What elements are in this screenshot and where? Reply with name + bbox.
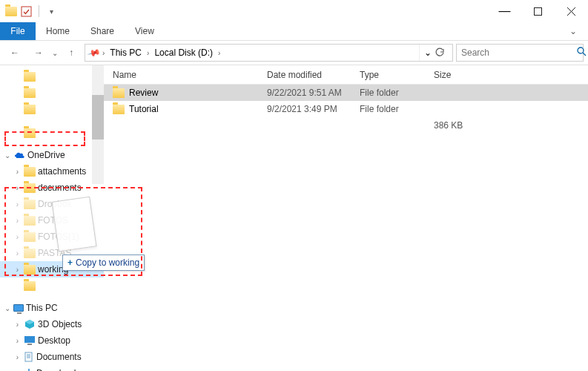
expand-icon[interactable]: › [13,168,22,176]
refresh-icon[interactable] [435,47,445,58]
minimize-button[interactable]: — [488,0,521,22]
tree-label: This PC [26,303,58,313]
plus-icon: + [67,257,73,268]
chevron-down-icon: ⌄ [424,47,432,58]
tree-node-3d-objects[interactable]: › 3D Objects [0,316,104,332]
list-item[interactable]: Tutorial 9/2/2021 3:49 PM File folder [104,101,588,117]
folder-icon [24,72,36,82]
file-name: Review [129,88,158,98]
expand-icon[interactable]: › [13,321,22,329]
tree-node-desktop[interactable]: › Desktop [0,332,104,349]
svg-line-3 [583,53,586,56]
breadcrumb-this-pc[interactable]: This PC [108,47,144,58]
titlebar: ▾ — [0,0,588,22]
folder-icon [24,128,36,138]
expand-icon[interactable]: › [13,249,22,257]
address-toolbar: ← → ⌄ ↑ 📌 › This PC › Local Disk (D:) › … [0,41,588,65]
ribbon-expand-icon[interactable]: ⌄ [558,22,588,40]
folder-icon [4,5,17,18]
ribbon-tabs: File Home Share View ⌄ [0,22,588,41]
tree-node-folder[interactable] [0,101,104,117]
folder-icon [24,281,36,291]
breadcrumb[interactable]: 📌 › This PC › Local Disk (D:) › ⌄ [85,44,453,62]
expand-icon[interactable]: ⌄ [3,304,11,312]
folder-icon [24,200,36,209]
svg-rect-5 [27,344,32,345]
list-summary: 386 KB [104,117,588,134]
tree-node-folder[interactable] [0,85,104,101]
tree-label: attachments [38,166,86,177]
back-button[interactable]: ← [4,44,25,62]
expand-icon[interactable]: › [13,184,22,192]
tree-node-onedrive[interactable]: ⌄ OneDrive [0,147,104,163]
folder-icon [113,105,125,114]
search-input[interactable] [461,47,572,58]
tree-label: Downloads [36,368,80,371]
tree-node-folder[interactable] [0,278,104,294]
expand-icon[interactable]: ⌄ [3,151,11,160]
desktop-icon [24,335,36,346]
drag-preview-icon [52,197,97,252]
tree-node-folder[interactable] [0,125,104,141]
tab-share[interactable]: Share [80,22,125,40]
pin-icon: 📌 [87,45,102,60]
col-type[interactable]: Type [360,70,434,80]
column-headers[interactable]: Name Date modified Type Size [104,65,588,85]
tab-view[interactable]: View [125,22,165,40]
up-button[interactable]: ↑ [61,44,82,62]
forward-button[interactable]: → [28,44,49,62]
expand-icon[interactable]: › [13,233,22,241]
search-box[interactable] [456,44,584,62]
file-date: 9/22/2021 9:51 AM [267,88,360,98]
tab-file[interactable]: File [0,22,36,40]
this-pc-icon [13,304,24,312]
expand-icon[interactable]: › [13,266,22,274]
maximize-button[interactable] [521,0,555,22]
tree-label: OneDrive [27,150,65,160]
tree-node-documents[interactable]: ›documents [0,180,104,196]
chevron-right-icon[interactable]: › [217,49,222,57]
address-dropdown[interactable]: ⌄ [419,45,449,61]
svg-rect-1 [535,7,542,15]
expand-icon[interactable]: › [13,217,22,225]
summary-size: 386 KB [434,120,493,131]
qat-dropdown-icon[interactable]: ▾ [45,5,58,18]
tree-node-attachments[interactable]: ›attachments [0,163,104,180]
recent-dropdown-icon[interactable]: ⌄ [52,49,58,57]
onedrive-icon [13,151,25,160]
expand-icon[interactable]: › [13,337,22,345]
properties-icon[interactable] [20,5,33,18]
folder-icon [24,265,36,275]
tree-node-this-pc[interactable]: ⌄ This PC [0,300,104,316]
file-name: Tutorial [129,104,159,114]
file-list[interactable]: Name Date modified Type Size Review 9/22… [104,65,588,371]
drag-tooltip-text: Copy to working [76,257,139,268]
col-name[interactable]: Name [104,70,267,80]
tree-label: 3D Objects [38,319,82,329]
drag-tooltip: + Copy to working [62,255,145,271]
expand-icon[interactable]: › [13,353,22,361]
tab-home[interactable]: Home [36,22,80,40]
col-date[interactable]: Date modified [267,70,360,80]
cube-icon [24,319,36,329]
search-icon[interactable] [577,47,587,59]
tree-node-downloads[interactable]: › Downloads [0,365,104,371]
quick-access-toolbar: ▾ [4,5,58,18]
folder-icon [24,183,36,193]
chevron-right-icon[interactable]: › [101,49,106,57]
scrollbar-thumb[interactable] [92,95,104,139]
expand-icon[interactable]: › [13,200,22,209]
list-item[interactable]: Review 9/22/2021 9:51 AM File folder [104,85,588,101]
folder-icon [24,105,36,114]
close-button[interactable] [555,0,588,22]
svg-rect-6 [25,352,32,361]
tree-node-documents[interactable]: › Documents [0,349,104,365]
nav-scrollbar[interactable] [92,65,104,184]
breadcrumb-local-disk[interactable]: Local Disk (D:) [152,47,215,58]
file-type: File folder [360,88,434,98]
col-size[interactable]: Size [434,70,493,80]
file-date: 9/2/2021 3:49 PM [267,104,360,114]
tree-node-folder[interactable] [0,68,104,85]
chevron-right-icon[interactable]: › [145,49,151,57]
folder-icon [24,232,36,242]
